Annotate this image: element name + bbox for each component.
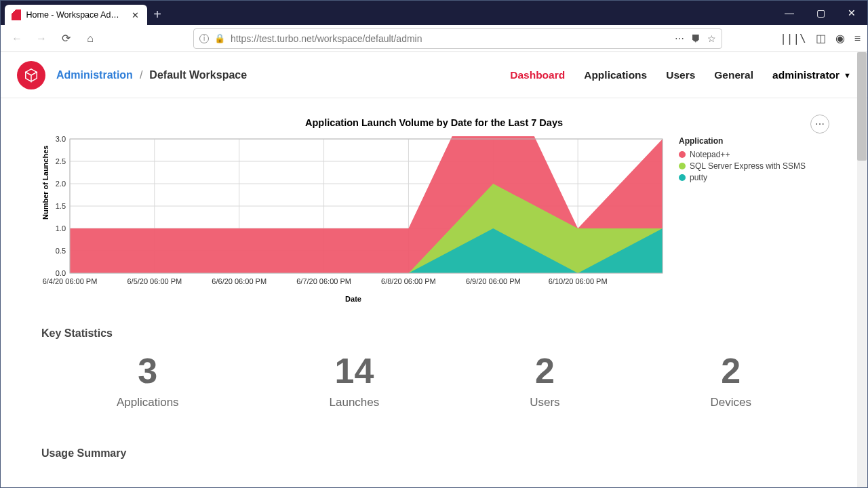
stat-value: 2 [530, 352, 559, 390]
primary-nav: Dashboard Applications Users General adm… [510, 69, 851, 81]
breadcrumb-separator: / [140, 69, 142, 81]
top-navigation: Administration / Default Workspace Dashb… [1, 52, 867, 98]
svg-text:6/10/20 06:00 PM: 6/10/20 06:00 PM [549, 277, 608, 285]
y-axis-label: Number of Launches [41, 146, 50, 220]
legend-title: Application [679, 136, 806, 146]
chart-plot-area: Number of Launches 0.00.51.01.52.02.53.0… [41, 136, 665, 303]
breadcrumb-current: Default Workspace [149, 69, 247, 81]
svg-text:1.0: 1.0 [56, 224, 66, 232]
key-statistics-heading: Key Statistics [41, 327, 827, 340]
close-tab-icon[interactable]: ✕ [130, 10, 140, 20]
breadcrumb-root-link[interactable]: Administration [56, 69, 133, 81]
svg-text:3.0: 3.0 [56, 136, 66, 143]
legend-swatch [679, 163, 686, 169]
url-text: https://test.turbo.net/workspace/default… [231, 33, 669, 44]
browser-tab[interactable]: Home - Workspace Administrat ✕ [5, 5, 147, 25]
chart-legend: Application Notepad++SQL Server Express … [679, 136, 806, 303]
sidebar-icon[interactable]: ◫ [816, 32, 826, 45]
x-axis-label: Date [41, 295, 665, 303]
stat-label: Users [530, 396, 559, 409]
svg-text:6/8/20 06:00 PM: 6/8/20 06:00 PM [381, 277, 436, 285]
chart-title: Application Launch Volume by Date for th… [41, 117, 827, 128]
pocket-icon[interactable]: ⛊ [691, 33, 701, 44]
stat-value: 2 [711, 352, 751, 390]
stat-value: 14 [330, 352, 380, 390]
brand-logo[interactable] [17, 61, 45, 89]
chevron-down-icon: ▼ [844, 71, 851, 79]
library-icon[interactable]: |||\ [780, 32, 806, 45]
svg-text:2.5: 2.5 [56, 157, 66, 165]
stat-label: Launches [330, 396, 380, 409]
browser-toolbar: ← → ⟳ ⌂ i 🔒 https://test.turbo.net/works… [1, 25, 867, 52]
legend-label: Notepad++ [690, 150, 730, 159]
nav-general[interactable]: General [714, 69, 753, 81]
svg-text:0.5: 0.5 [56, 247, 66, 255]
nav-applications[interactable]: Applications [584, 69, 647, 81]
more-url-actions-icon[interactable]: ⋯ [675, 33, 684, 44]
user-menu-label: administrator [772, 69, 840, 81]
window-minimize-button[interactable]: ― [774, 1, 805, 25]
area-chart: 0.00.51.01.52.02.53.06/4/20 06:00 PM6/5/… [41, 136, 665, 292]
window-maximize-button[interactable]: ▢ [805, 1, 836, 25]
cube-icon [24, 68, 39, 83]
window-titlebar: Home - Workspace Administrat ✕ + ― ▢ ✕ [1, 1, 867, 25]
svg-text:2.0: 2.0 [56, 180, 66, 188]
svg-text:6/7/20 06:00 PM: 6/7/20 06:00 PM [296, 277, 351, 285]
profile-icon[interactable]: ◉ [835, 32, 845, 45]
svg-text:6/5/20 06:00 PM: 6/5/20 06:00 PM [127, 277, 182, 285]
usage-summary-section: Usage Summary [41, 447, 827, 460]
legend-item[interactable]: Notepad++ [679, 150, 806, 159]
page-content: Administration / Default Workspace Dashb… [1, 52, 867, 487]
window-close-button[interactable]: ✕ [836, 1, 867, 25]
stat-block: 14Launches [330, 352, 380, 409]
lock-icon: 🔒 [214, 33, 225, 43]
svg-text:0.0: 0.0 [56, 269, 66, 277]
legend-item[interactable]: SQL Server Express with SSMS [679, 161, 806, 171]
new-tab-button[interactable]: + [147, 3, 167, 25]
chart-options-button[interactable]: ⋯ [810, 115, 829, 134]
key-statistics-section: Key Statistics 3Applications14Launches2U… [41, 327, 827, 409]
svg-text:1.5: 1.5 [56, 202, 66, 210]
legend-label: SQL Server Express with SSMS [690, 161, 806, 171]
legend-swatch [679, 174, 686, 181]
stat-block: 2Devices [711, 352, 751, 409]
tab-title: Home - Workspace Administrat [26, 10, 125, 20]
scrollbar-thumb[interactable] [857, 52, 867, 161]
svg-text:6/9/20 06:00 PM: 6/9/20 06:00 PM [466, 277, 521, 285]
nav-users[interactable]: Users [666, 69, 695, 81]
legend-item[interactable]: putty [679, 173, 806, 182]
home-button[interactable]: ⌂ [81, 29, 100, 48]
legend-label: putty [690, 173, 707, 182]
back-button[interactable]: ← [7, 29, 26, 48]
reload-button[interactable]: ⟳ [56, 29, 75, 48]
svg-text:6/4/20 06:00 PM: 6/4/20 06:00 PM [43, 277, 98, 285]
stat-block: 2Users [530, 352, 559, 409]
url-bar[interactable]: i 🔒 https://test.turbo.net/workspace/def… [193, 28, 722, 49]
stat-value: 3 [117, 352, 179, 390]
bookmark-star-icon[interactable]: ☆ [707, 33, 716, 44]
forward-button[interactable]: → [32, 29, 51, 48]
stat-label: Applications [117, 396, 179, 409]
menu-icon[interactable]: ≡ [854, 33, 861, 45]
usage-summary-heading: Usage Summary [41, 447, 827, 460]
stat-block: 3Applications [117, 352, 179, 409]
nav-dashboard[interactable]: Dashboard [510, 69, 565, 81]
user-menu[interactable]: administrator ▼ [772, 69, 851, 81]
app-favicon [12, 9, 21, 20]
chart-panel: ⋯ Application Launch Volume by Date for … [41, 117, 827, 303]
breadcrumb: Administration / Default Workspace [56, 69, 247, 81]
svg-text:6/6/20 06:00 PM: 6/6/20 06:00 PM [212, 277, 267, 285]
stat-label: Devices [711, 396, 751, 409]
legend-swatch [679, 151, 686, 158]
site-info-icon[interactable]: i [199, 34, 209, 43]
